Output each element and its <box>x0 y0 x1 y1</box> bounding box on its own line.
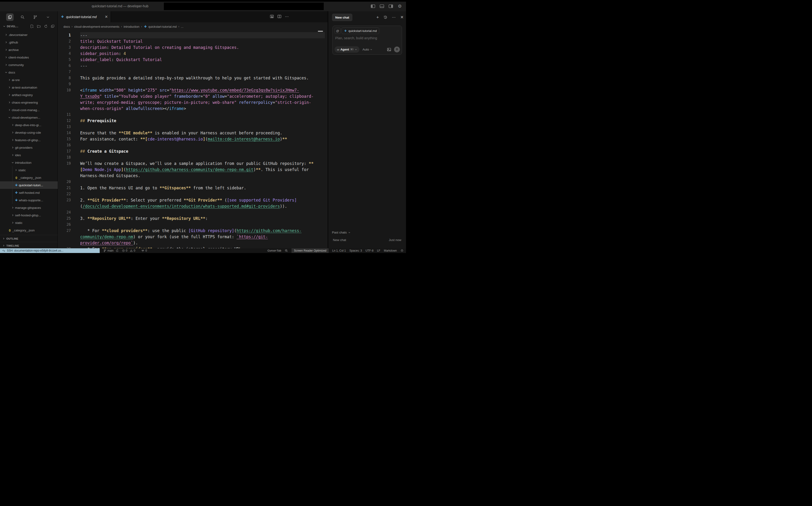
editor-content[interactable]: 1---2title: Quickstart Tutorial3descript… <box>58 31 328 248</box>
editor-line-25[interactable]: 253. **Repository URL**: Enter your **Re… <box>58 216 328 222</box>
language-mode-status[interactable]: Markdown <box>384 249 397 252</box>
problems-status[interactable]: 0 0 <box>122 249 135 252</box>
ports-status[interactable]: 0 <box>141 249 147 252</box>
outline-section-header[interactable]: OUTLINE <box>0 235 58 242</box>
editor-line-13[interactable]: 13 <box>58 124 328 130</box>
search-icon[interactable] <box>19 13 26 21</box>
editor-line-3[interactable]: 3description: Detailed Tutorial on creat… <box>58 45 328 51</box>
past-chats-header[interactable]: Past chats <box>332 231 351 234</box>
breadcrumb-item-introduction[interactable]: introduction <box>124 25 139 28</box>
tree-item-self-hosted-md[interactable]: self-hosted.md <box>0 189 58 196</box>
toggle-panel-icon[interactable] <box>379 4 384 9</box>
editor-line-1[interactable]: 1--- <box>58 32 328 38</box>
editor-line-7[interactable]: 7 <box>58 69 328 75</box>
editor-line-12[interactable]: 12## Prerequisite <box>58 118 328 124</box>
settings-gear-icon[interactable]: ⚙ <box>397 4 402 9</box>
editor-line-8[interactable]: 8This guide provides a detailed step-by-… <box>58 75 328 81</box>
editor-line-2[interactable]: 2title: Quickstart Tutorial <box>58 38 328 45</box>
editor-line-22[interactable]: 22 <box>58 191 328 197</box>
tree-item-introduction[interactable]: introduction <box>0 159 58 166</box>
editor-line-17[interactable]: 17## Create a Gitspace <box>58 148 328 154</box>
tree-item-ai-sre[interactable]: ai-sre <box>0 76 58 84</box>
editor-line-19[interactable]: 19We’ll now create a Gitspace, we’ll use… <box>58 160 328 167</box>
tree-item-cloud-developmen[interactable]: cloud-developmen... <box>0 114 58 121</box>
tree-item-client-modules[interactable]: client-modules <box>0 54 58 61</box>
tree-item-features-of-gitsp[interactable]: features-of-gitsp... <box>0 136 58 144</box>
breadcrumb-item-cloud-development-environments[interactable]: cloud-development-environments <box>74 25 119 28</box>
tree-item-category-json[interactable]: {}_category_.json <box>0 174 58 181</box>
chat-close-icon[interactable]: ✕ <box>400 15 403 20</box>
breadcrumb-item-quickstart-tutorial-md[interactable]: quickstart-tutorial.md <box>144 25 177 28</box>
agent-mode-dropdown[interactable]: ∞ Agent ⌘I <box>335 46 359 53</box>
chat-history-icon[interactable] <box>383 15 387 19</box>
explorer-icon[interactable] <box>6 13 14 21</box>
editor-line-11[interactable]: 11 <box>58 111 328 118</box>
split-editor-icon[interactable] <box>277 15 281 18</box>
tree-item-deep-dive-into-gi[interactable]: deep-dive-into-gi... <box>0 121 58 129</box>
git-branch-status[interactable]: main <box>103 249 119 252</box>
toggle-secondary-sidebar-icon[interactable] <box>388 4 393 9</box>
zoom-indicator-icon[interactable] <box>285 249 288 252</box>
tree-item-archive[interactable]: archive <box>0 46 58 54</box>
more-actions-icon[interactable]: ⋯ <box>285 14 289 19</box>
editor-line-10[interactable]: 10<iframe width="500" height="275" src="… <box>58 87 328 93</box>
toggle-primary-sidebar-icon[interactable] <box>370 4 375 9</box>
editor-line-wrap[interactable]: provider.com/org/repo`). <box>58 240 328 246</box>
tree-item-community[interactable]: community <box>0 61 58 69</box>
breadcrumb-item-[interactable]: ... <box>181 25 183 28</box>
tree-item-devcontainer[interactable]: .devcontainer <box>0 31 58 38</box>
chat-more-icon[interactable]: ⋯ <box>392 15 396 19</box>
tab-close-icon[interactable]: ✕ <box>105 15 108 19</box>
add-context-button[interactable]: @ <box>335 28 341 34</box>
editor-line-6[interactable]: 6--- <box>58 63 328 69</box>
new-file-icon[interactable] <box>30 24 34 28</box>
send-button[interactable] <box>394 47 400 53</box>
editor-line-24[interactable]: 24 <box>58 209 328 216</box>
editor-line-26[interactable]: 26 <box>58 222 328 228</box>
notifications-bell-icon[interactable] <box>400 249 403 252</box>
editor-line-20[interactable]: 20 <box>58 179 328 185</box>
editor-line-23[interactable]: 232. **Git Provider**: Select your prefe… <box>58 197 328 203</box>
timeline-section-header[interactable]: TIMELINE <box>0 242 58 249</box>
indentation-status[interactable]: Spaces: 3 <box>349 249 362 252</box>
tree-item-whats-supporte[interactable]: whats-supporte... <box>0 196 58 204</box>
explorer-section-header[interactable]: DEVEL... <box>0 23 57 29</box>
editor-line-14[interactable]: 14Ensure that the **CDE module** is enab… <box>58 130 328 136</box>
editor-line-16[interactable]: 16 <box>58 142 328 148</box>
new-folder-icon[interactable] <box>37 24 41 28</box>
open-preview-icon[interactable] <box>270 15 274 18</box>
editor-line-wrap[interactable]: when-cross-origin" allowfullscreen></ifr… <box>58 105 328 111</box>
context-file-pill[interactable]: quickstart-tutorial.md <box>342 27 379 34</box>
chat-input[interactable]: @ quickstart-tutorial.md Plan, search, b… <box>333 26 402 55</box>
breadcrumb-item-docs[interactable]: docs <box>64 25 70 28</box>
more-views-chevron-icon[interactable] <box>44 13 52 21</box>
editor-line-wrap[interactable]: Harness-Hosted Gitspaces. <box>58 173 328 179</box>
tree-item-develop-using-cde[interactable]: develop-using-cde <box>0 129 58 136</box>
screen-reader-status[interactable]: Screen Reader Optimized <box>292 248 329 253</box>
editor-line-18[interactable]: 18 <box>58 154 328 160</box>
tree-item-category-json[interactable]: {}_category_.json <box>0 227 58 234</box>
encoding-status[interactable]: UTF-8 <box>366 249 374 252</box>
tree-item-ides[interactable]: ides <box>0 151 58 159</box>
editor-line-21[interactable]: 211. Open the Harness UI and go to **Git… <box>58 185 328 191</box>
tree-item-self-hosted-gitsp[interactable]: self-hosted-gitsp... <box>0 212 58 219</box>
editor-line-5[interactable]: 5sidebar_label: Quickstart Tutorial <box>58 57 328 63</box>
eol-status[interactable]: LF <box>377 249 380 252</box>
tree-item-ai-test-automation[interactable]: ai-test-automation <box>0 84 58 91</box>
editor-line-wrap[interactable]: (/docs/cloud-development-environments/in… <box>58 203 328 209</box>
attach-image-icon[interactable] <box>387 48 391 52</box>
refresh-icon[interactable] <box>44 24 48 28</box>
tree-item-github[interactable]: .github <box>0 38 58 46</box>
editor-line-28[interactable]: 28 * For **on-prem providers**: provide … <box>58 246 328 248</box>
editor-line-wrap[interactable]: community/demo-repo-nm) or your fork (us… <box>58 234 328 240</box>
tree-item-manage-gitspaces[interactable]: manage-gitspaces <box>0 204 58 212</box>
past-chat-item[interactable]: New chat Just now <box>333 238 401 242</box>
collapse-folders-icon[interactable] <box>51 24 55 28</box>
tree-item-git-providers[interactable]: git-providers <box>0 144 58 151</box>
editor-line-wrap[interactable]: [Demo Node.js App](https://github.com/ha… <box>58 167 328 173</box>
scrollbar-thumb[interactable] <box>318 31 323 32</box>
tree-item-artifact-registry[interactable]: artifact-registry <box>0 91 58 99</box>
tree-item-quickstart-tutori[interactable]: quickstart-tutori... <box>0 181 58 189</box>
cursor-tab-status[interactable]: Cursor Tab <box>268 249 281 252</box>
source-control-icon[interactable] <box>31 13 39 21</box>
